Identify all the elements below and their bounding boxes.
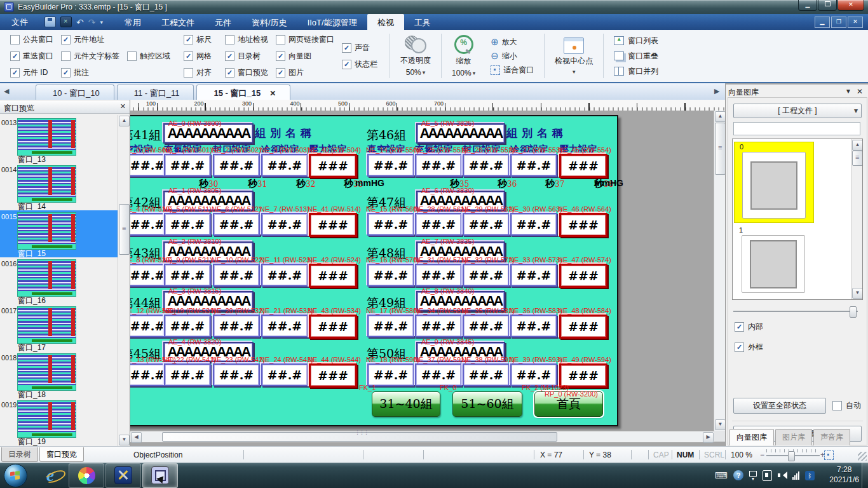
window-preview-item-0014[interactable]: 0014窗口_14 xyxy=(0,163,118,210)
taskbar-clock[interactable]: 7:28 2021/1/6 xyxy=(829,464,859,485)
numeric-field[interactable]: ##.# xyxy=(415,264,462,287)
numeric-field[interactable]: ### xyxy=(559,213,607,237)
checkbox-元件文字标签[interactable]: 元件文字标签 xyxy=(61,48,119,64)
qat-dropdown-icon[interactable]: ▾ xyxy=(100,19,103,25)
numeric-field[interactable]: ### xyxy=(559,154,607,178)
vector-item-0[interactable]: 0 xyxy=(734,142,814,223)
hidden-icons-icon[interactable]: ▾ xyxy=(749,471,757,480)
minimize-button[interactable]: ▁ xyxy=(798,0,817,11)
ribbon-tab-常用[interactable]: 常用 xyxy=(114,14,151,30)
window-list-button[interactable]: 窗口列表 xyxy=(614,34,658,48)
numeric-field[interactable]: ##.# xyxy=(261,315,308,337)
numeric-field[interactable]: ##.# xyxy=(510,264,557,287)
file-menu-button[interactable]: 文件 xyxy=(0,14,39,30)
numeric-field[interactable]: ##.# xyxy=(510,154,557,177)
panel-menu-icon[interactable]: ▼ xyxy=(845,88,851,95)
checkbox-内部[interactable]: ✓内部 xyxy=(735,322,763,332)
doc-tab-15 - 窗口_15[interactable]: 15 - 窗口_15✕ xyxy=(196,85,290,100)
numeric-field[interactable]: ##.# xyxy=(367,264,414,287)
power-plug-icon[interactable] xyxy=(763,470,772,481)
checkbox-外框[interactable]: ✓外框 xyxy=(735,342,763,353)
mdi-minimize-icon[interactable]: ▁ xyxy=(815,17,830,28)
checkbox-批注[interactable]: ✓批注 xyxy=(61,64,119,81)
numeric-field[interactable]: ##.# xyxy=(213,213,260,236)
mdi-close-icon[interactable]: ✕ xyxy=(848,17,863,28)
numeric-field[interactable]: ### xyxy=(309,213,357,237)
ribbon-tab-元件[interactable]: 元件 xyxy=(205,14,241,30)
canvas-vertical-scrollbar[interactable]: ▲ ▼ xyxy=(714,111,725,431)
numeric-field[interactable]: ##.# xyxy=(510,363,557,386)
opacity-group[interactable]: 不透明度 50%▾ xyxy=(393,30,438,82)
scroll-down-icon[interactable]: ▼ xyxy=(715,419,726,430)
checkbox-向量图[interactable]: ✓向量图 xyxy=(276,48,334,64)
numeric-field[interactable]: ##.# xyxy=(367,315,414,337)
numeric-field[interactable]: ##.# xyxy=(261,363,308,386)
apply-all-states-button[interactable]: 设置至全部状态 xyxy=(733,398,826,414)
window-preview-item-0015[interactable]: 0015窗口_15 xyxy=(0,210,118,257)
numeric-field[interactable]: ##.# xyxy=(164,315,211,337)
numeric-field[interactable]: ##.# xyxy=(415,315,462,337)
numeric-field[interactable]: ##.# xyxy=(463,363,510,386)
zoom-minus-icon[interactable]: − xyxy=(760,451,764,459)
window-preview-scrollbar[interactable]: ▲ ▼ xyxy=(118,115,129,446)
scroll-right-icon[interactable]: ▶ xyxy=(703,432,714,443)
tab-scroll-left-icon[interactable]: ◀ xyxy=(4,87,9,95)
zoom-select-group[interactable]: % 缩放 100%▾ xyxy=(444,30,483,82)
checkbox-触控区域[interactable]: 触控区域 xyxy=(127,48,170,64)
scrollbar-thumb[interactable] xyxy=(852,151,863,166)
fit-window-button[interactable]: 适合窗口 xyxy=(491,64,534,76)
numeric-field[interactable]: ##.# xyxy=(213,315,260,337)
numeric-field[interactable]: ### xyxy=(309,315,357,339)
numeric-field[interactable]: ##.# xyxy=(164,363,211,386)
window-preview-item-0013[interactable]: 0013窗口_13 xyxy=(0,116,118,163)
numeric-field[interactable]: ##.# xyxy=(367,213,414,236)
volume-icon[interactable] xyxy=(778,471,787,480)
fit-screen-icon[interactable] xyxy=(824,451,834,460)
numeric-field[interactable]: ##.# xyxy=(213,363,260,386)
zoom-dropdown-icon[interactable]: ▾ xyxy=(473,70,476,76)
numeric-field[interactable]: ##.# xyxy=(463,315,510,337)
zoom-in-button[interactable]: ⊕放大 xyxy=(491,36,517,48)
checkbox-对齐[interactable]: 对齐 xyxy=(184,64,212,81)
library-tab-向量图库[interactable]: 向量图库 xyxy=(729,429,774,445)
numeric-field[interactable]: ### xyxy=(309,264,357,288)
scroll-up-icon[interactable]: ▲ xyxy=(852,140,863,151)
tab-directory-tree[interactable]: 目录树 xyxy=(1,447,38,462)
window-cascade-button[interactable]: 窗口重叠 xyxy=(614,50,658,63)
window-preview-item-0019[interactable]: 0019窗口_19 xyxy=(0,398,118,445)
slider-thumb[interactable] xyxy=(850,306,857,318)
checkbox-状态栏[interactable]: ✓状态栏 xyxy=(342,56,377,72)
checkbox-窗口预览[interactable]: ✓窗口预览 xyxy=(225,64,268,81)
doc-tab-11 - 窗口_11[interactable]: 11 - 窗口_11 xyxy=(117,85,194,100)
undo-icon[interactable]: ↶ xyxy=(76,17,84,27)
window-tile-button[interactable]: 窗口并列 xyxy=(614,65,658,78)
ribbon-tab-资料/历史[interactable]: 资料/历史 xyxy=(241,14,297,30)
auto-checkbox[interactable]: 自动 xyxy=(832,400,861,411)
numeric-field[interactable]: ##.# xyxy=(367,363,414,386)
export-icon[interactable] xyxy=(60,17,72,27)
numeric-field[interactable]: ##.# xyxy=(510,315,557,337)
numeric-field[interactable]: ##.# xyxy=(164,213,211,236)
close-button[interactable]: ✕ xyxy=(837,0,864,11)
tab-window-preview[interactable]: 窗口预览 xyxy=(39,447,84,462)
window-preview-close-icon[interactable]: ✕ xyxy=(120,102,126,111)
numeric-field[interactable]: ##.# xyxy=(463,213,510,236)
numeric-field[interactable]: ##.# xyxy=(261,154,308,177)
numeric-field[interactable]: ##.# xyxy=(213,154,260,177)
window-preview-item-0017[interactable]: 0017窗口_17 xyxy=(0,304,118,351)
library-source-dropdown[interactable]: [ 工程文件 ] xyxy=(733,104,862,118)
window-preview-item-0016[interactable]: 0016窗口_16 xyxy=(0,257,118,304)
checkbox-声音[interactable]: ✓声音 xyxy=(342,39,377,56)
ribbon-tab-检视[interactable]: 检视 xyxy=(367,14,404,30)
network-icon[interactable] xyxy=(792,471,799,480)
numeric-field[interactable]: ##.# xyxy=(415,363,462,386)
checkbox-公共窗口[interactable]: 公共窗口 xyxy=(10,31,53,48)
numeric-field[interactable]: ##.# xyxy=(415,154,462,177)
close-tab-icon[interactable]: ✕ xyxy=(269,89,276,98)
checkbox-重迭窗口[interactable]: ✓重迭窗口 xyxy=(10,48,53,64)
scrollbar-thumb[interactable] xyxy=(715,123,726,175)
checkbox-图片[interactable]: ✓图片 xyxy=(276,64,334,81)
scrollbar-thumb[interactable] xyxy=(119,204,130,255)
hmi-screen[interactable]: 第41組AE_0 (RW-3800)AAAAAAAAAA組別名稱真空設定充氮設定… xyxy=(130,115,618,426)
scroll-down-icon[interactable]: ▼ xyxy=(119,435,130,445)
